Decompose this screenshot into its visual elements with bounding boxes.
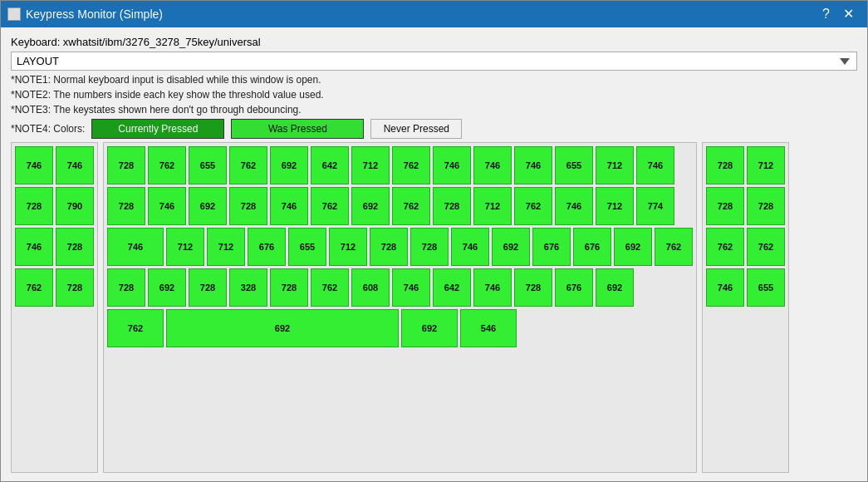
key-r3-728b[interactable]: 728	[410, 228, 449, 266]
key-r4-728e[interactable]: 728	[514, 268, 552, 307]
key-r1-728[interactable]: 728	[107, 146, 145, 184]
key-746a[interactable]: 746	[15, 146, 53, 184]
key-r1-746c[interactable]: 746	[514, 146, 552, 184]
colors-row: *NOTE4: Colors: Currently Pressed Was Pr…	[11, 119, 857, 139]
key-r4-608[interactable]: 608	[351, 268, 390, 307]
key-r-746[interactable]: 746	[706, 268, 744, 307]
key-r2-712b[interactable]: 712	[596, 187, 634, 225]
color-was-pressed: Was Pressed	[231, 119, 364, 139]
key-r3-712c[interactable]: 712	[329, 228, 367, 266]
key-r2-728[interactable]: 728	[107, 187, 145, 225]
key-r1-655b[interactable]: 655	[555, 146, 593, 184]
note4-prefix: *NOTE4: Colors:	[11, 123, 85, 135]
key-r3-692b[interactable]: 692	[614, 228, 652, 266]
key-r3-746[interactable]: 746	[107, 228, 164, 266]
note2: *NOTE2: The numbers inside each key show…	[11, 89, 857, 101]
key-r1-746b[interactable]: 746	[473, 146, 512, 184]
window-icon	[7, 7, 21, 21]
key-r2-728c[interactable]: 728	[433, 187, 471, 225]
key-r4-728d[interactable]: 728	[270, 268, 308, 307]
main-window: Keypress Monitor (Simple) ? ✕ Keyboard: …	[0, 0, 868, 482]
key-r-762b[interactable]: 762	[747, 228, 785, 266]
key-r1-712a[interactable]: 712	[351, 146, 390, 184]
key-r4-746[interactable]: 746	[392, 268, 430, 307]
content-area: Keyboard: xwhatsit/ibm/3276_3278_75key/u…	[1, 27, 867, 481]
key-r3-712a[interactable]: 712	[166, 228, 204, 266]
key-r2-746c[interactable]: 746	[555, 187, 593, 225]
color-never-pressed: Never Pressed	[370, 119, 462, 139]
note1: *NOTE1: Normal keyboard input is disable…	[11, 74, 857, 86]
key-r5-692-space[interactable]: 692	[166, 309, 399, 347]
key-r4-676[interactable]: 676	[555, 268, 593, 307]
key-r5-762[interactable]: 762	[107, 309, 164, 347]
key-row-3: 746 712 712 676 655 712 728 728 746 692 …	[107, 228, 693, 266]
key-746b[interactable]: 746	[56, 146, 94, 184]
key-r5-692b[interactable]: 692	[401, 309, 458, 347]
key-r2-762a[interactable]: 762	[311, 187, 349, 225]
key-r3-762[interactable]: 762	[655, 228, 693, 266]
key-r4-728b[interactable]: 728	[189, 268, 227, 307]
key-r3-728[interactable]: 728	[370, 228, 408, 266]
right-section: 728 712 728 728 762 762 746 655	[702, 142, 789, 473]
key-r3-692[interactable]: 692	[492, 228, 530, 266]
key-r2-712a[interactable]: 712	[473, 187, 512, 225]
key-r4-762a[interactable]: 762	[311, 268, 349, 307]
key-r1-762b[interactable]: 762	[229, 146, 267, 184]
key-728c[interactable]: 728	[56, 268, 94, 307]
key-r4-746b[interactable]: 746	[473, 268, 512, 307]
key-r1-642[interactable]: 642	[311, 146, 349, 184]
key-762a[interactable]: 762	[15, 268, 53, 307]
key-r3-676b[interactable]: 676	[532, 228, 571, 266]
key-r1-655a[interactable]: 655	[189, 146, 227, 184]
key-746c[interactable]: 746	[15, 228, 53, 266]
key-r3-746b[interactable]: 746	[451, 228, 489, 266]
key-r4-692[interactable]: 692	[148, 268, 186, 307]
close-button[interactable]: ✕	[836, 6, 861, 22]
note3: *NOTE3: The keystates shown here don't g…	[11, 104, 857, 116]
window-title: Keypress Monitor (Simple)	[26, 7, 816, 21]
key-r2-762c[interactable]: 762	[514, 187, 552, 225]
title-bar: Keypress Monitor (Simple) ? ✕	[1, 1, 867, 27]
key-r2-746b[interactable]: 746	[270, 187, 308, 225]
key-r1-712b[interactable]: 712	[596, 146, 634, 184]
key-r1-762c[interactable]: 762	[392, 146, 430, 184]
key-r5-546[interactable]: 546	[460, 309, 517, 347]
key-r1-746d[interactable]: 746	[636, 146, 674, 184]
help-button[interactable]: ?	[816, 6, 836, 22]
key-row-5: 762 692 692 546	[107, 309, 693, 347]
key-r4-728a[interactable]: 728	[107, 268, 145, 307]
key-row-1: 728 762 655 762 692 642 712 762 746 746 …	[107, 146, 693, 184]
layout-select[interactable]: LAYOUT	[11, 52, 857, 71]
keyboard-area: 746 746 728 790 746 728 762 728	[11, 142, 857, 473]
main-section: 728 762 655 762 692 642 712 762 746 746 …	[103, 142, 697, 473]
keyboard-label: Keyboard: xwhatsit/ibm/3276_3278_75key/u…	[11, 36, 857, 48]
key-r2-774[interactable]: 774	[636, 187, 674, 225]
key-r-762a[interactable]: 762	[706, 228, 744, 266]
key-728b[interactable]: 728	[56, 228, 94, 266]
key-r2-746a[interactable]: 746	[148, 187, 186, 225]
key-r1-762a[interactable]: 762	[148, 146, 186, 184]
left-section: 746 746 728 790 746 728 762 728	[11, 142, 98, 473]
key-r2-728b[interactable]: 728	[229, 187, 267, 225]
key-728a[interactable]: 728	[15, 187, 53, 225]
key-r1-692a[interactable]: 692	[270, 146, 308, 184]
key-row-2: 728 746 692 728 746 762 692 762 728 712 …	[107, 187, 693, 225]
key-790[interactable]: 790	[56, 187, 94, 225]
key-r4-692b[interactable]: 692	[596, 268, 634, 307]
key-r2-692[interactable]: 692	[189, 187, 227, 225]
key-r2-762b[interactable]: 762	[392, 187, 430, 225]
key-r4-642[interactable]: 642	[433, 268, 471, 307]
key-r-712a[interactable]: 712	[747, 146, 785, 184]
key-r1-746a[interactable]: 746	[433, 146, 471, 184]
key-r3-712b[interactable]: 712	[207, 228, 245, 266]
key-r-728a[interactable]: 728	[706, 146, 744, 184]
key-r4-328c[interactable]: 328	[229, 268, 267, 307]
key-r3-676c[interactable]: 676	[573, 228, 611, 266]
key-r-728c[interactable]: 728	[747, 187, 785, 225]
key-r-728b[interactable]: 728	[706, 187, 744, 225]
key-r2-692b[interactable]: 692	[351, 187, 390, 225]
key-r3-676a[interactable]: 676	[248, 228, 286, 266]
key-r-655[interactable]: 655	[747, 268, 785, 307]
color-currently-pressed: Currently Pressed	[91, 119, 224, 139]
key-r3-655[interactable]: 655	[288, 228, 326, 266]
